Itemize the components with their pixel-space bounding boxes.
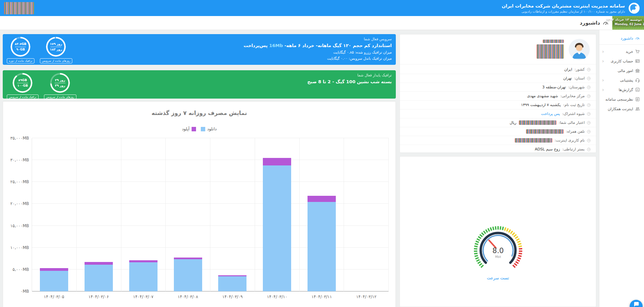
chevron-left-icon: ‹: [602, 87, 604, 92]
sidebar: داشبوردخرید‹حساب کاربری‹امور مالیپشتیبان…: [599, 30, 644, 307]
id-card-icon: [635, 59, 640, 63]
profile-row: مرکز مخابراتی:شهید مشهدی مهدی: [400, 92, 596, 101]
bar-download: [308, 202, 336, 291]
page-topbar: دوشنبه ۱۲ خرداد ۱۴۰۴ Monday, 02 June 202…: [0, 16, 644, 30]
profile-value: شهید مشهدی مهدی: [527, 94, 558, 98]
circle-dot-icon: [587, 77, 590, 80]
page-title: داشبورد: [580, 20, 600, 26]
y-tick-label: ۲۵,۰۰۰MB: [10, 179, 29, 184]
y-axis-gutter: ۰MB۵,۰۰۰MB۱۰,۰۰۰MB۱۵,۰۰۰MB۲۰,۰۰۰MB۲۵,۰۰۰…: [10, 138, 32, 291]
censored-phone-number: [543, 40, 564, 43]
cart-icon: [635, 49, 640, 54]
usage-ring-button[interactable]: روزهای مانده از سرویس: [44, 94, 76, 100]
profile-row: استان:تهران: [400, 74, 596, 83]
legend-swatch-download: [201, 127, 205, 131]
x-axis-labels: ۱۴۰۴/۰۳/۰۵۱۴۰۴/۰۳/۰۶۱۴۰۴/۰۳/۰۷۱۴۰۴/۰۳/۰۸…: [32, 294, 389, 299]
profile-row: تاریخ ثبت نام:یکشنبه ۷ اردیبهشت ۱۳۹۹: [400, 101, 596, 109]
chart-slot: [255, 138, 300, 291]
profile-value[interactable]: پس پرداخت: [541, 112, 560, 116]
bar-download: [129, 262, 158, 291]
bar-upload: [85, 262, 113, 265]
service-card-label: سرویس فعال شما: [243, 37, 392, 41]
bar-upload: [129, 260, 158, 262]
chart-legend: آپلوددانلود: [10, 127, 389, 131]
y-tick-label: ۱۵,۰۰۰MB: [10, 223, 29, 228]
censored-header-block: [4, 2, 34, 14]
profile-value: تهران: [563, 76, 572, 81]
reserved-traffic: میزان ترافیک رزرو شده: ۰.۸۵ گیگابایت: [243, 50, 392, 54]
profile-value: تهران-منطقه 3: [542, 85, 566, 89]
y-tick-label: ۳۰,۰۰۰MB: [10, 158, 29, 162]
censored-value: [519, 120, 556, 125]
circle-dot-icon: [587, 130, 590, 133]
sidebar-item-users[interactable]: اینترنت همکاران: [599, 104, 644, 114]
sidebar-item-reports[interactable]: گزارش‌ها‹: [599, 85, 644, 94]
x-tick-label: ۱۴۰۴/۰۳/۰۹: [210, 294, 255, 299]
bar-download: [174, 259, 202, 291]
speed-gauge: 8.0 Mbit: [467, 220, 529, 276]
night-card-label: ترافیک پایدار فعال شما: [307, 73, 392, 77]
chevron-left-icon: ‹: [602, 59, 604, 63]
censored-customer-name: [537, 44, 564, 59]
usage-ring-button[interactable]: ترافیک مانده از سرویس: [7, 94, 39, 100]
profile-row: شیوه اشتراک:پس پرداخت: [400, 109, 596, 118]
censored-value: [515, 138, 552, 143]
speed-test-card: 8.0 Mbit تست سرعت: [400, 156, 596, 307]
app-header: سامانه مدیریت اینترنت مشتریان شرکت مخابر…: [0, 0, 644, 16]
bank-icon: [635, 68, 640, 73]
bar-upload: [40, 268, 68, 271]
x-tick-label: ۱۴۰۴/۰۳/۰۸: [166, 294, 210, 299]
y-tick-label: ۲۰,۰۰۰MB: [10, 201, 29, 206]
chat-icon: [633, 301, 639, 307]
chart-slot: [344, 138, 389, 291]
bar-upload: [218, 275, 246, 277]
sidebar-item-cart[interactable]: خرید‹: [599, 47, 644, 56]
sidebar-item-speedometer[interactable]: داشبورد: [599, 33, 644, 43]
censored-value: [526, 129, 564, 134]
y-tick-label: ۳۵,۰۰۰MB: [10, 136, 29, 141]
legend-item-download: دانلود: [201, 127, 217, 131]
circle-dot-icon: [587, 148, 590, 151]
speed-unit: Mbit: [495, 255, 501, 259]
circle-dot-icon: [587, 139, 590, 142]
profile-row: بستر ارتباطی:زوج سیم ADSL: [400, 145, 596, 154]
active-service-card: سرویس فعال شما استاندارد کم حجم ۱۲۰ گیگ …: [3, 34, 396, 65]
sidebar-item-bank[interactable]: امور مالی: [599, 66, 644, 75]
chart-title: نمایش مصرف روزانه ۷ روز گذشته: [10, 110, 389, 116]
x-tick-label: ۱۴۰۴/۰۳/۰۶: [76, 294, 121, 299]
bar-download: [218, 276, 246, 291]
globe-logo-icon: [628, 2, 640, 14]
night-package-name: بسته شب نشین 100 گیگ - 2 تا 8 صبح: [307, 79, 392, 84]
legend-item-upload: آپلود: [182, 127, 196, 131]
brand: سامانه مدیریت اینترنت مشتریان شرکت مخابر…: [502, 2, 640, 14]
profile-row: نام کاربری اینترنت:: [400, 136, 596, 145]
bar-download: [40, 271, 68, 291]
bundle-traffic: میزان ترافیک باندل سرویس: ۰.۰۰ گیگابایت: [243, 56, 392, 60]
bar-upload: [174, 258, 202, 259]
speed-test-link[interactable]: تست سرعت: [487, 276, 509, 280]
usage-ring: ۲۹ روز۳۹ روز: [50, 73, 70, 93]
x-tick-label: ۱۴۰۴/۰۳/۱۲: [344, 294, 389, 299]
bar-download: [85, 265, 113, 291]
profile-row: شهرستان:تهران-منطقه 3: [400, 83, 596, 92]
circle-dot-icon: [587, 86, 590, 89]
profile-value: یکشنبه ۷ اردیبهشت ۱۳۹۹: [521, 103, 561, 107]
speedometer-icon: [635, 36, 640, 41]
usage-ring-button[interactable]: ترافیک مانده از دوره: [7, 58, 34, 63]
y-tick-label: ۱۰,۰۰۰MB: [10, 245, 29, 250]
sidebar-item-id-card[interactable]: حساب کاربری‹: [599, 56, 644, 66]
profile-value: زوج سیم ADSL: [535, 147, 560, 151]
usage-chart-card: نمایش مصرف روزانه ۷ روز گذشته آپلوددانلو…: [3, 101, 396, 307]
usage-ring-button[interactable]: روزهای مانده از سرویس: [40, 58, 72, 63]
profile-value: ایران: [564, 67, 572, 72]
sidebar-item-survey[interactable]: نظرسنجی سامانه: [599, 94, 644, 104]
chart-slot: [166, 138, 210, 291]
usage-ring: ۱۷۹ روز۱۸۳ روز: [46, 37, 66, 57]
profile-card: کشور:ایراناستان:تهرانشهرستان:تهران-منطقه…: [400, 34, 596, 153]
avatar: [569, 39, 590, 60]
bar-upload: [308, 196, 336, 202]
chevron-left-icon: ‹: [602, 49, 604, 54]
sidebar-item-headset[interactable]: پشتیبانی‹: [599, 75, 644, 85]
circle-dot-icon: [587, 103, 590, 107]
night-traffic-card: ترافیک پایدار فعال شما بسته شب نشین 100 …: [3, 70, 396, 99]
